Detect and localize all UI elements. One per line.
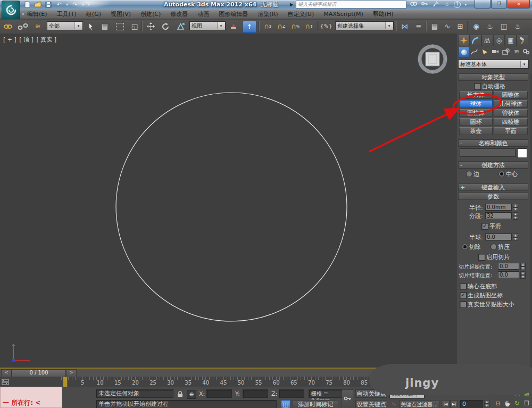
menu-customize[interactable]: 自定义(U)	[283, 10, 319, 19]
previous-frame-button[interactable]: <	[1, 369, 12, 377]
search-icon[interactable]	[409, 1, 418, 8]
tab-motion[interactable]: ◎	[493, 35, 505, 46]
next-frame-button[interactable]: >	[66, 369, 77, 377]
menu-graph-editors[interactable]: 图形编辑器	[214, 10, 253, 19]
open-file-button[interactable]	[33, 1, 43, 9]
search-expand-arrow[interactable]: ▶	[290, 2, 293, 7]
button-plane[interactable]: 平面	[494, 127, 528, 135]
base-to-pivot-checkbox[interactable]	[460, 283, 467, 290]
viewport-top[interactable]: [ + ] [ 顶 ] [ 真实 ]	[0, 34, 456, 368]
button-cylinder[interactable]: 圆柱体	[459, 109, 493, 117]
rollout-object-type[interactable]: - 对象类型	[458, 73, 528, 81]
hemisphere-field[interactable]: 0.0	[485, 234, 512, 240]
schematic-view-icon[interactable]: ⊞	[454, 21, 466, 32]
object-name-input[interactable]	[460, 148, 516, 157]
keyboard-shortcut-override-icon[interactable]: ↑	[243, 21, 256, 33]
maximize-viewport-toggle-icon[interactable]: ❒	[522, 399, 531, 407]
button-sphere[interactable]: 球体	[459, 100, 493, 108]
menu-rendering[interactable]: 渲染(R)	[253, 10, 282, 19]
category-shapes[interactable]	[469, 47, 479, 56]
select-and-move-icon[interactable]	[145, 21, 156, 32]
generate-mapping-checkbox[interactable]: ✓	[460, 292, 467, 299]
viewcube-top-face[interactable]	[426, 52, 439, 66]
quick-access-overflow[interactable]: ▾	[86, 1, 92, 9]
key-filters-button[interactable]: 关键点过滤器...	[399, 400, 439, 408]
tab-hierarchy[interactable]: 品	[481, 35, 493, 46]
named-selection-sets-dropdown[interactable]: 创建选择集▾	[335, 21, 394, 30]
tab-display[interactable]: ▣	[505, 35, 517, 46]
x-coordinate-field[interactable]	[206, 389, 232, 398]
set-keys-button[interactable]	[342, 389, 353, 408]
new-key-mode-icon[interactable]: ∿	[389, 400, 398, 408]
angle-snap-icon[interactable]: ∩∠	[276, 21, 287, 32]
radius-field[interactable]: 0.0mm	[485, 204, 512, 211]
enable-slice-checkbox[interactable]	[478, 254, 485, 261]
curve-editor-icon[interactable]: ∿	[442, 21, 453, 32]
undo-button[interactable]: ↶	[54, 1, 64, 9]
button-torus[interactable]: 圆环	[459, 118, 493, 126]
frame-spinner[interactable]: ▲▼	[484, 400, 489, 407]
field-of-view-icon[interactable]: ⊡	[494, 399, 502, 407]
menu-group[interactable]: 组(G)	[81, 10, 106, 19]
rendered-frame-window-icon[interactable]: ◫	[498, 21, 510, 32]
tab-utilities[interactable]	[517, 35, 528, 46]
application-menu-button[interactable]: ▾	[2, 1, 20, 19]
chop-radio[interactable]	[462, 244, 468, 250]
selection-filter-dropdown[interactable]: 全部▾	[47, 21, 83, 30]
real-world-map-checkbox[interactable]	[460, 301, 467, 308]
search-input[interactable]: 键入关键字或短语	[296, 1, 406, 9]
maximize-button[interactable]: ❐	[491, 0, 507, 9]
menu-animation[interactable]: 动画	[193, 10, 214, 19]
rollout-name-color[interactable]: - 名称和颜色	[458, 139, 528, 147]
menu-modifiers[interactable]: 修改器	[165, 10, 193, 19]
align-icon[interactable]: ≡	[413, 21, 425, 32]
rectangular-selection-region-icon[interactable]	[114, 21, 126, 32]
render-production-icon[interactable]: ♨	[512, 21, 523, 32]
save-button[interactable]	[44, 1, 53, 9]
window-crossing-icon[interactable]: ◱	[129, 21, 140, 32]
hemisphere-spinner[interactable]: ▲▼	[513, 234, 518, 240]
category-lights[interactable]	[480, 47, 489, 56]
object-category-dropdown[interactable]: 标准基本体▾	[458, 60, 529, 69]
object-color-swatch[interactable]	[517, 148, 527, 158]
slice-from-spinner[interactable]: ▲▼	[520, 263, 526, 270]
menu-edit[interactable]: 编辑(E)	[22, 10, 52, 19]
pan-hand-icon[interactable]	[503, 399, 512, 407]
edit-named-selection-sets-icon[interactable]: {✎}	[320, 21, 332, 32]
select-object-icon[interactable]	[85, 21, 97, 32]
close-button[interactable]: ×	[508, 0, 530, 9]
use-pivot-point-icon[interactable]	[228, 21, 239, 32]
menu-create[interactable]: 创建(C)	[136, 10, 165, 19]
category-systems[interactable]	[521, 47, 531, 56]
favorites-star-icon[interactable]: ☆	[443, 1, 451, 8]
button-cone[interactable]: 圆锥体	[494, 91, 528, 99]
mini-curve-editor-icon[interactable]	[1, 378, 10, 386]
segments-spinner[interactable]: ▲▼	[513, 212, 518, 219]
category-geometry[interactable]	[459, 47, 469, 57]
menu-tools[interactable]: 工具(T)	[52, 10, 81, 19]
set-key-button[interactable]: 设置关键点	[355, 400, 387, 408]
rollout-parameters[interactable]: - 参数	[458, 193, 528, 200]
current-frame-field[interactable]: 0	[460, 400, 483, 408]
creation-edge-radio[interactable]	[466, 171, 472, 177]
time-slider-handle[interactable]: 0 / 100	[12, 369, 66, 377]
y-coordinate-field[interactable]	[243, 389, 268, 398]
smooth-checkbox[interactable]: ✓	[481, 223, 488, 230]
tab-modify[interactable]	[470, 35, 481, 46]
slice-from-field[interactable]: 0.0	[498, 263, 519, 270]
dropdown-arrow-icon[interactable]: ▾	[385, 22, 393, 29]
snaps-toggle-icon[interactable]: ∩3	[262, 21, 273, 32]
render-setup-icon[interactable]: ♨	[484, 21, 496, 32]
orbit-icon[interactable]: ↻	[513, 399, 521, 407]
dropdown-arrow-icon[interactable]: ▾	[520, 61, 528, 68]
new-file-button[interactable]	[22, 1, 32, 9]
bind-to-spacewarp-icon[interactable]: ≋	[32, 21, 44, 32]
select-by-name-icon[interactable]: ▤	[99, 21, 111, 32]
undo-dropdown-arrow[interactable]: ▾	[65, 1, 69, 9]
current-frame-marker[interactable]	[63, 377, 68, 388]
segments-field[interactable]: 32	[485, 212, 512, 219]
select-and-rotate-icon[interactable]	[160, 21, 171, 32]
menu-maxscript[interactable]: MAXScript(M)	[319, 10, 368, 19]
rollout-keyboard-entry[interactable]: + 键盘输入	[458, 184, 528, 191]
autogrid-checkbox[interactable]	[474, 83, 481, 90]
